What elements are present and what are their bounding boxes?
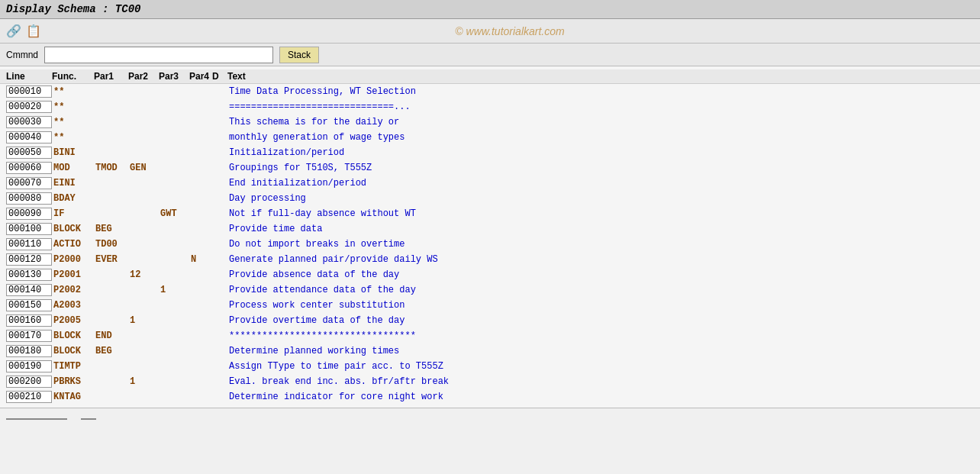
cell-text-9: Provide time data [229, 224, 974, 234]
table-row[interactable]: 000110 ACTIO TD00 Do not import breaks i… [0, 237, 980, 252]
cell-text-14: Process work center substitution [229, 300, 974, 311]
table-row[interactable]: 000210 KNTAG Determine indicator for cor… [0, 389, 980, 405]
cell-line-12: 000130 [6, 269, 52, 281]
cell-line-13: 000140 [6, 284, 52, 296]
cell-line-18: 000190 [6, 360, 52, 372]
cell-text-3: monthly generation of wage types [229, 132, 974, 143]
cell-line-4: 000050 [6, 147, 52, 159]
cell-line-0: 000010 [6, 85, 52, 98]
cell-func-17: BLOCK [53, 346, 95, 356]
header-par1: Par1 [94, 71, 128, 82]
cell-text-18: Assign TType to time pair acc. to T555Z [229, 361, 974, 372]
title-text: Display Schema : TC00 [6, 3, 140, 15]
table-row[interactable]: 000200 PBRKS 1 Eval. break end inc. abs.… [0, 374, 980, 389]
table-row[interactable]: 000170 BLOCK END ***********************… [0, 328, 980, 343]
cell-text-15: Provide overtime data of the day [229, 315, 974, 326]
cell-line-10: 000110 [6, 238, 52, 250]
cell-text-6: End initialization/period [229, 178, 974, 189]
header-par4: Par4 [189, 71, 212, 82]
table-row[interactable]: 000090 IF GWT Not if full-day absence wi… [0, 206, 980, 221]
link-icon[interactable]: 🔗 [6, 24, 21, 39]
table-row[interactable]: 000010 ** Time Data Processing, WT Selec… [0, 84, 980, 99]
cell-func-19: PBRKS [53, 376, 95, 387]
table-row[interactable]: 000160 P2005 1 Provide overtime data of … [0, 313, 980, 328]
table-row[interactable]: 000020 ** ==============================… [0, 99, 980, 114]
cell-text-17: Determine planned working times [229, 346, 974, 356]
cell-text-4: Initialization/period [229, 147, 974, 158]
cell-text-19: Eval. break end inc. abs. bfr/aftr break [229, 376, 974, 387]
table-row[interactable]: 000030 ** This schema is for the daily o… [0, 114, 980, 130]
table-row[interactable]: 000040 ** monthly generation of wage typ… [0, 130, 980, 145]
cell-line-17: 000180 [6, 345, 52, 357]
cell-func-12: P2001 [53, 269, 95, 280]
cell-line-7: 000080 [6, 192, 52, 205]
footer-bar2 [81, 418, 96, 420]
cell-par2-5: GEN [130, 163, 160, 173]
table-row[interactable]: 000150 A2003 Process work center substit… [0, 298, 980, 313]
cell-par4-11: N [191, 254, 214, 265]
cell-par2-19: 1 [130, 376, 160, 387]
cell-par1-16: END [95, 331, 130, 341]
stack-button[interactable]: Stack [279, 47, 319, 63]
cell-line-11: 000120 [6, 253, 52, 266]
cell-text-13: Provide attendance data of the day [229, 285, 974, 295]
cell-func-7: BDAY [53, 193, 95, 204]
cell-func-13: P2002 [53, 285, 95, 295]
cell-func-20: KNTAG [53, 392, 95, 402]
header-par2: Par2 [128, 71, 159, 82]
cell-func-5: MOD [53, 163, 95, 173]
cell-line-14: 000150 [6, 299, 52, 311]
table-row[interactable]: 000140 P2002 1 Provide attendance data o… [0, 282, 980, 298]
clipboard-icon[interactable]: 📋 [26, 24, 41, 39]
main-content: Line Func. Par1 Par2 Par3 Par4 D Text 00… [0, 66, 980, 408]
cell-par3-8: GWT [160, 208, 191, 219]
footer [0, 408, 980, 423]
header-line: Line [6, 71, 52, 82]
watermark: © www.tutorialkart.com [46, 25, 974, 37]
cell-par1-5: TMOD [95, 163, 130, 173]
cell-line-20: 000210 [6, 391, 52, 403]
table-row[interactable]: 000060 MOD TMOD GEN Groupings for T510S,… [0, 160, 980, 176]
cell-line-9: 000100 [6, 223, 52, 235]
cell-text-16: ********************************** [229, 331, 974, 341]
table-header: Line Func. Par1 Par2 Par3 Par4 D Text [0, 69, 980, 84]
table-row[interactable]: 000100 BLOCK BEG Provide time data [0, 221, 980, 237]
toolbar: 🔗 📋 © www.tutorialkart.com [0, 19, 980, 44]
table-row[interactable]: 000080 BDAY Day processing [0, 191, 980, 206]
header-d: D [212, 71, 227, 82]
cell-func-15: P2005 [53, 315, 95, 326]
cell-text-5: Groupings for T510S, T555Z [229, 163, 974, 173]
table-row[interactable]: 000070 EINI End initialization/period [0, 176, 980, 191]
cell-par1-17: BEG [95, 346, 130, 356]
cell-par2-15: 1 [130, 315, 160, 326]
cell-func-1: ** [53, 102, 95, 112]
cell-line-2: 000030 [6, 116, 52, 128]
command-label: Cmmnd [6, 50, 38, 60]
table-row[interactable]: 000180 BLOCK BEG Determine planned worki… [0, 343, 980, 359]
command-input[interactable] [44, 47, 273, 63]
cell-text-8: Not if full-day absence without WT [229, 208, 974, 219]
cell-text-7: Day processing [229, 193, 974, 204]
cell-text-11: Generate planned pair/provide daily WS [229, 254, 974, 265]
cell-line-16: 000170 [6, 330, 52, 342]
table-row[interactable]: 000120 P2000 EVER N Generate planned pai… [0, 252, 980, 267]
cell-text-12: Provide absence data of the day [229, 269, 974, 280]
cell-text-20: Determine indicator for core night work [229, 392, 974, 402]
cell-line-19: 000200 [6, 376, 52, 388]
cell-line-6: 000070 [6, 177, 52, 189]
table-row[interactable]: 000190 TIMTP Assign TType to time pair a… [0, 359, 980, 374]
command-bar: Cmmnd Stack [0, 44, 980, 66]
cell-line-3: 000040 [6, 131, 52, 143]
cell-func-11: P2000 [53, 254, 95, 265]
cell-text-1: ==============================... [229, 102, 974, 112]
cell-par1-9: BEG [95, 224, 130, 234]
cell-func-2: ** [53, 117, 95, 127]
table-row[interactable]: 000050 BINI Initialization/period [0, 145, 980, 160]
cell-text-10: Do not import breaks in overtime [229, 239, 974, 250]
cell-par1-10: TD00 [95, 239, 130, 250]
table-row[interactable]: 000130 P2001 12 Provide absence data of … [0, 267, 980, 282]
header-par3: Par3 [159, 71, 189, 82]
title-bar: Display Schema : TC00 [0, 0, 980, 19]
cell-text-2: This schema is for the daily or [229, 117, 974, 127]
cell-func-3: ** [53, 132, 95, 143]
